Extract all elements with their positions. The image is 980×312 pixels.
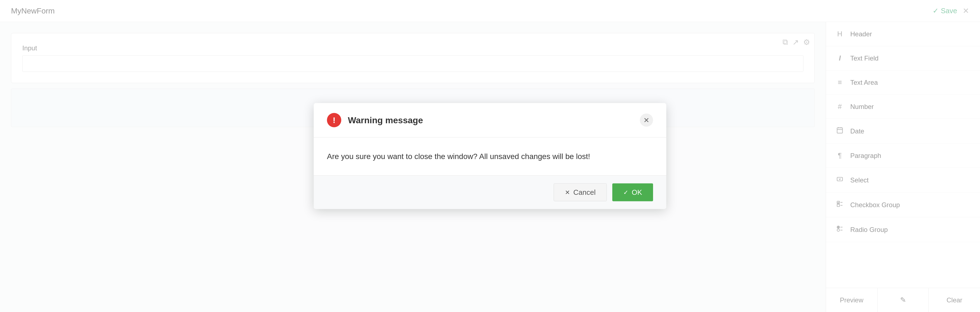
modal-header: ! Warning message ✕	[314, 103, 666, 138]
modal-footer: ✕ Cancel ✓ OK	[314, 176, 666, 209]
cancel-button[interactable]: ✕ Cancel	[554, 184, 607, 201]
cancel-label: Cancel	[573, 188, 595, 197]
modal-close-button[interactable]: ✕	[640, 114, 653, 127]
warning-icon: !	[327, 113, 341, 127]
modal-title: Warning message	[348, 115, 423, 125]
ok-label: OK	[632, 188, 642, 197]
cancel-x-icon: ✕	[565, 189, 570, 196]
modal-message: Are you sure you want to close the windo…	[327, 151, 653, 162]
modal-close-icon: ✕	[643, 116, 649, 124]
modal-body: Are you sure you want to close the windo…	[314, 138, 666, 176]
modal-container: ! Warning message ✕ Are you sure you wan…	[314, 103, 666, 209]
modal-title-row: ! Warning message	[327, 113, 423, 127]
ok-check-icon: ✓	[623, 189, 628, 196]
warning-modal: ! Warning message ✕ Are you sure you wan…	[314, 103, 666, 209]
ok-button[interactable]: ✓ OK	[612, 184, 653, 201]
